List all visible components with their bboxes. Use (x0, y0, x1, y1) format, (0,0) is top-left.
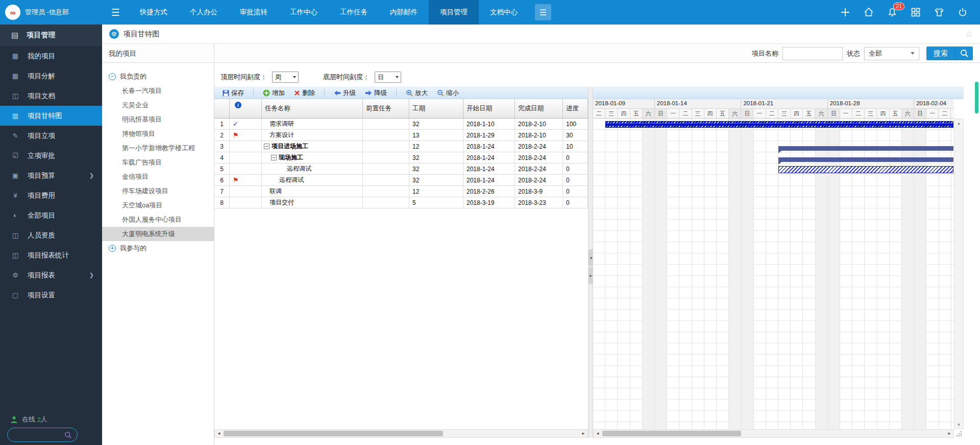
project-item-3[interactable]: 明讯恒基项目 (102, 112, 214, 127)
progress-cell: 0 (563, 152, 588, 163)
sidebar-item-9[interactable]: ◐全部项目 (0, 205, 102, 225)
nav-tab-4[interactable]: 工作中心 (279, 0, 329, 25)
table-horizontal-scrollbar[interactable]: ◄ ► (214, 429, 588, 438)
sidebar-item-4[interactable]: ▥项目甘特图 (0, 106, 102, 126)
save-button[interactable]: 保存 (219, 88, 247, 99)
sidebar-item-5[interactable]: ✎项目立项 (0, 126, 102, 146)
sidebar-item-7[interactable]: ▣项目预算❯ (0, 166, 102, 185)
sidebar-item-10[interactable]: ◫人员资质 (0, 225, 102, 245)
scroll-left-arrow[interactable]: ◄ (594, 430, 602, 437)
project-group-expanded[interactable]: −我负责的 (102, 69, 214, 84)
scroll-right-arrow[interactable]: ► (579, 430, 587, 437)
scroll-up-arrow[interactable]: ▲ (954, 119, 963, 127)
gantt-bar-summary[interactable] (778, 146, 953, 151)
nav-tab-5[interactable]: 工作任务 (329, 0, 379, 25)
sidebar-item-11[interactable]: ◫项目报表统计 (0, 245, 102, 265)
scrollbar-thumb[interactable] (224, 431, 443, 436)
collapse-right-icon[interactable]: ▸ (589, 267, 593, 284)
table-row[interactable]: 5远程调试322018-1-242018-2-240 (214, 163, 588, 175)
table-row[interactable]: 7联调122018-2-262018-3-90 (214, 186, 588, 197)
row-number-cell: 3 (214, 141, 230, 152)
nav-tab-7[interactable]: 项目管理 (429, 0, 479, 25)
project-item-1[interactable]: 长春一汽项目 (102, 84, 214, 98)
collapse-left-icon[interactable]: ◂ (589, 249, 593, 266)
plus-icon[interactable] (839, 6, 851, 18)
sidebar-item-13[interactable]: ▢项目设置 (0, 285, 102, 305)
gantt-bar-complete[interactable] (605, 121, 953, 128)
gantt-day-column (914, 119, 926, 429)
gantt-horizontal-scrollbar[interactable]: ◄ ► (593, 429, 954, 438)
sidebar-item-1[interactable]: ▦我的项目 (0, 46, 102, 66)
project-item-10[interactable]: 外国人服务中心项目 (102, 213, 214, 227)
sidebar-item-2[interactable]: ▩项目分解 (0, 66, 102, 86)
sidebar-item-6[interactable]: ☑立项审批 (0, 146, 102, 166)
project-item-11[interactable]: 大厦弱电系统升级 (102, 227, 214, 241)
nav-tab-8[interactable]: 文档中心 (479, 0, 529, 25)
nav-tab-2[interactable]: 个人办公 (179, 0, 229, 25)
project-item-5[interactable]: 第一小学新增教学楼工程 (102, 141, 214, 155)
pane-splitter[interactable]: ◂ ▸ (588, 87, 593, 438)
zoom-in-button[interactable]: 放大 (403, 88, 431, 99)
scroll-left-arrow[interactable]: ◄ (215, 430, 223, 437)
duration-cell: 13 (409, 130, 463, 140)
scrollbar-thumb[interactable] (602, 431, 741, 436)
task-name-cell: 远程调试 (262, 175, 363, 185)
scroll-down-arrow[interactable]: ▼ (954, 420, 963, 429)
table-row[interactable]: 4−现场施工322018-1-242018-2-240 (214, 152, 588, 163)
sidebar-search-input[interactable] (7, 428, 78, 442)
sidebar-item-8[interactable]: ¥项目费用 (0, 185, 102, 205)
bell-icon[interactable]: 21 (886, 6, 898, 18)
resize-grip[interactable] (955, 430, 963, 437)
favorite-star-icon[interactable]: ☆ (965, 29, 973, 39)
sidebar-item-3[interactable]: ◫项目文档 (0, 86, 102, 106)
sidebar-module-header[interactable]: ▤ 项目管理 (0, 25, 102, 46)
project-item-2[interactable]: 元昊企业 (102, 98, 214, 112)
demote-button[interactable]: 降级 (362, 88, 390, 99)
filter-bar: 项目名称 状态 全部 搜索 (752, 44, 973, 63)
table-row[interactable]: 2⚑方案设计132018-1-292018-2-1030 (214, 130, 588, 141)
header-cell-进度: 进度 (563, 99, 588, 118)
gantt-vertical-scrollbar[interactable]: ▲ ▼ (954, 119, 964, 429)
page-scrollbar-thumb[interactable] (975, 82, 978, 113)
project-item-4[interactable]: 博物馆项目 (102, 127, 214, 141)
promote-button[interactable]: 升级 (331, 88, 359, 99)
gantt-page-icon (109, 29, 119, 39)
nav-tab-6[interactable]: 内部邮件 (379, 0, 429, 25)
search-button[interactable]: 搜索 (926, 46, 973, 60)
gantt-bar-empty[interactable] (778, 166, 953, 173)
project-item-9[interactable]: 天空城oa项目 (102, 198, 214, 213)
table-row[interactable]: 3−项目进场施工122018-1-242018-2-2410 (214, 141, 588, 152)
project-item-7[interactable]: 金信项目 (102, 170, 214, 184)
chevron-down-icon (293, 76, 296, 78)
status-select[interactable]: 全部 (864, 47, 919, 60)
table-row[interactable]: 1✓需求调研322018-1-102018-2-10100 (214, 119, 588, 130)
project-group-collapsed[interactable]: +我参与的 (102, 241, 214, 255)
nav-tab-3[interactable]: 审批流转 (229, 0, 279, 25)
collapse-minus-icon[interactable]: − (271, 155, 277, 160)
table-row[interactable]: 6⚑远程调试322018-1-242018-2-240 (214, 175, 588, 186)
apps-grid-icon[interactable] (910, 6, 922, 18)
home-icon[interactable] (863, 6, 875, 18)
delete-button[interactable]: 删除 (291, 88, 318, 99)
gantt-day-label: 二 (593, 109, 605, 119)
table-row[interactable]: 8项目交付52018-3-192018-3-230 (214, 197, 588, 208)
theme-shirt-icon[interactable] (933, 6, 945, 18)
bottom-scale-select[interactable]: 日 (375, 72, 401, 83)
gantt-bar-summary[interactable] (778, 157, 953, 162)
scroll-right-arrow[interactable]: ► (945, 430, 953, 437)
power-icon[interactable] (957, 6, 969, 18)
project-item-8[interactable]: 停车场建设项目 (102, 184, 214, 198)
zoom-out-button[interactable]: 缩小 (434, 88, 462, 99)
top-scale-select[interactable]: 周 (272, 72, 299, 83)
add-button[interactable]: 增加 (260, 88, 288, 99)
gantt-day-column (741, 119, 753, 429)
more-menu-icon[interactable]: ☰ (535, 4, 551, 20)
collapse-minus-icon[interactable]: − (264, 144, 270, 149)
nav-tab-1[interactable]: 快捷方式 (129, 0, 179, 25)
collapse-menu-icon[interactable]: ☰ (102, 0, 129, 25)
project-name-input[interactable] (782, 47, 843, 60)
project-item-6[interactable]: 车载广告项目 (102, 155, 214, 170)
sidebar-item-12[interactable]: ⚙项目报表❯ (0, 265, 102, 285)
gantt-day-column (791, 119, 803, 429)
predecessor-cell (363, 141, 409, 152)
